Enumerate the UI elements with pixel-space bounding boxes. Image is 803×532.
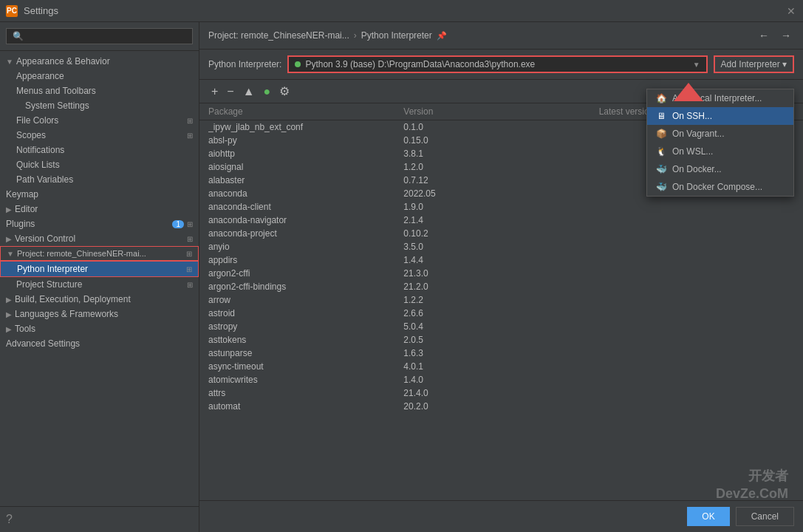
table-row[interactable]: atomicwrites 1.4.0 (199, 373, 803, 386)
table-row[interactable]: arrow 1.2.2 (199, 293, 803, 307)
sidebar-item-languages-frameworks[interactable]: ▶ Languages & Frameworks (0, 307, 199, 321)
table-row[interactable]: anaconda-project 0.10.2 (199, 227, 803, 240)
add-interpreter-button[interactable]: Add Interpreter ▾ (714, 55, 794, 73)
sidebar-item-label: Advanced Settings (6, 338, 193, 349)
sidebar-item-label: Tools (15, 324, 193, 334)
sidebar-item-system-settings[interactable]: ▶ System Settings (0, 98, 199, 113)
sidebar-item-project-structure[interactable]: Project Structure ⊞ (0, 277, 199, 292)
back-button[interactable]: ← (756, 28, 772, 43)
table-row[interactable]: automat 20.2.0 (199, 400, 803, 413)
table-row[interactable]: astunparse 1.6.3 (199, 347, 803, 360)
dropdown-on-docker-compose[interactable]: 🐳 On Docker Compose... (647, 178, 793, 196)
sidebar-item-tools[interactable]: ▶ Tools (0, 321, 199, 336)
cell-package: absl-py (208, 135, 403, 146)
sidebar-item-build-execution[interactable]: ▶ Build, Execution, Deployment (0, 292, 199, 307)
dropdown-item-label: On Docker... (672, 164, 722, 174)
sidebar-item-advanced-settings[interactable]: Advanced Settings (0, 336, 199, 351)
cell-package: anaconda-client (208, 202, 403, 212)
table-row[interactable]: anaconda-navigator 2.1.4 (199, 214, 803, 227)
interpreter-label: Python Interpreter: (208, 59, 281, 69)
table-row[interactable]: appdirs 1.4.4 (199, 253, 803, 267)
refresh-button[interactable]: ● (261, 83, 274, 100)
cell-latest (599, 215, 794, 225)
sidebar-item-label: Scopes (16, 130, 184, 140)
app-icon: PC (6, 5, 18, 17)
sidebar-item-file-colors[interactable]: File Colors ⊞ (0, 113, 199, 128)
help-icon[interactable]: ? (6, 513, 13, 525)
sidebar-item-menus-toolbars[interactable]: Menus and Toolbars (0, 83, 199, 98)
search-input[interactable] (6, 28, 193, 44)
sidebar-item-label: Python Interpreter (17, 264, 183, 274)
cell-package: anaconda-project (208, 228, 403, 239)
wsl-icon: 🐧 (656, 146, 666, 157)
cell-version: 1.6.3 (403, 348, 598, 358)
cell-latest (599, 401, 794, 412)
window-title: Settings (24, 5, 785, 16)
cell-version: 0.1.0 (403, 122, 598, 132)
sidebar-item-keymap[interactable]: Keymap (0, 187, 199, 202)
cell-version: 1.2.0 (403, 162, 598, 172)
dropdown-on-wsl[interactable]: 🐧 On WSL... (647, 143, 793, 160)
svg-marker-0 (674, 83, 703, 101)
file-icon: ⊞ (187, 117, 193, 125)
interpreter-value: Python 3.9 (base) D:\ProgramData\Anacond… (305, 59, 688, 69)
sidebar-item-scopes[interactable]: Scopes ⊞ (0, 128, 199, 143)
cell-package: alabaster (208, 175, 403, 185)
sidebar-item-editor[interactable]: ▶ Editor (0, 202, 199, 216)
interpreter-select[interactable]: Python 3.9 (base) D:\ProgramData\Anacond… (287, 55, 707, 73)
table-row[interactable]: argon2-cffi 21.3.0 (199, 267, 803, 280)
expand-arrow: ▼ (6, 58, 13, 66)
table-row[interactable]: anaconda-client 1.9.0 (199, 200, 803, 214)
sidebar-item-path-variables[interactable]: Path Variables (0, 172, 199, 187)
main-content: ▼ Appearance & Behavior Appearance Menus… (0, 22, 803, 532)
breadcrumb-actions: ← → (756, 28, 794, 43)
dropdown-on-vagrant[interactable]: 📦 On Vagrant... (647, 125, 793, 143)
sidebar-item-python-interpreter[interactable]: Python Interpreter ⊞ (0, 261, 199, 277)
cell-version: 3.5.0 (403, 242, 598, 252)
sidebar-item-version-control[interactable]: ▶ Version Control ⊞ (0, 231, 199, 246)
sidebar-item-label: Keymap (6, 189, 193, 200)
cell-version: 21.3.0 (403, 268, 598, 279)
dropdown-add-local[interactable]: 🏠 Add Local Interpreter... (647, 89, 793, 107)
table-row[interactable]: asttokens 2.0.5 (199, 333, 803, 347)
dropdown-on-ssh[interactable]: 🖥 On SSH... (647, 107, 793, 125)
up-button[interactable]: ▲ (240, 83, 258, 100)
sidebar-item-label: Appearance & Behavior (16, 56, 193, 66)
sidebar-item-project[interactable]: ▼ Project: remote_ChineseNER-mai... ⊞ (0, 246, 199, 261)
table-row[interactable]: astroid 2.6.6 (199, 307, 803, 320)
table-row[interactable]: anyio 3.5.0 (199, 240, 803, 253)
plugins-badge: 1 (172, 220, 184, 228)
cancel-button[interactable]: Cancel (736, 507, 794, 526)
sidebar-item-notifications[interactable]: Notifications (0, 143, 199, 157)
table-row[interactable]: argon2-cffi-bindings 21.2.0 (199, 280, 803, 293)
breadcrumb-python-interpreter: Python Interpreter (361, 30, 432, 41)
sidebar-item-label: Path Variables (16, 174, 193, 185)
sidebar-item-appearance-behavior[interactable]: ▼ Appearance & Behavior (0, 54, 199, 69)
cell-package: astunparse (208, 348, 403, 358)
table-row[interactable]: async-timeout 4.0.1 (199, 360, 803, 373)
cell-version: 0.15.0 (403, 135, 598, 146)
forward-button[interactable]: → (778, 28, 794, 43)
cell-version: 1.2.2 (403, 295, 598, 305)
expand-arrow: ▶ (6, 205, 12, 214)
titlebar: PC Settings ✕ (0, 0, 803, 22)
ok-button[interactable]: OK (687, 507, 729, 526)
table-row[interactable]: astropy 5.0.4 (199, 320, 803, 333)
remove-package-button[interactable]: − (224, 83, 236, 100)
cell-package: atomicwrites (208, 375, 403, 385)
dropdown-item-label: On WSL... (672, 146, 713, 157)
dropdown-on-docker[interactable]: 🐳 On Docker... (647, 160, 793, 178)
close-button[interactable]: ✕ (785, 5, 797, 17)
sidebar-item-label: Version Control (15, 233, 184, 244)
sidebar-item-quick-lists[interactable]: Quick Lists (0, 157, 199, 172)
cell-version: 21.2.0 (403, 282, 598, 292)
sidebar-item-appearance[interactable]: Appearance (0, 69, 199, 83)
add-package-button[interactable]: + (208, 83, 221, 100)
sidebar-item-label: Plugins (6, 219, 169, 229)
table-row[interactable]: attrs 21.4.0 (199, 386, 803, 400)
file-icon: ⊞ (187, 281, 193, 289)
settings-button[interactable]: ⚙ (276, 83, 293, 100)
cell-package: arrow (208, 295, 403, 305)
sidebar-item-plugins[interactable]: Plugins 1 ⊞ (0, 216, 199, 231)
expand-arrow: ▼ (7, 250, 14, 258)
